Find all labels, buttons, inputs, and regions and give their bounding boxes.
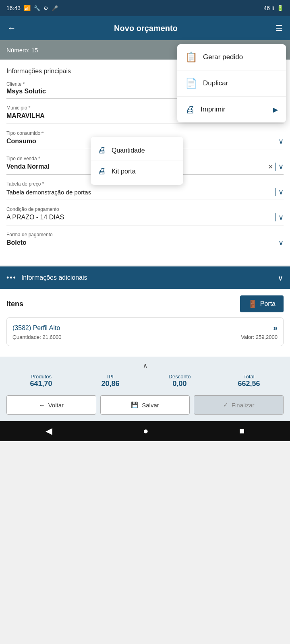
desconto-label: Desconto <box>145 374 214 380</box>
value-tipo-venda: Venda Normal <box>6 163 50 170</box>
back-button[interactable]: ← <box>7 23 16 33</box>
doc-header: Número: 15 Situ <box>0 40 290 60</box>
item-value: Valor: 259,2000 <box>241 334 278 340</box>
nav-back-button[interactable]: ◀ <box>36 423 62 440</box>
item-card-header: (3582) Perfil Alto » <box>12 323 278 332</box>
check-icon: ✓ <box>223 401 228 409</box>
menu-button[interactable]: ☰ <box>276 23 283 33</box>
action-bar: ← Voltar 💾 Salvar ✓ Finalizar <box>0 391 290 421</box>
dots-icon: ••• <box>6 274 17 282</box>
wifi-icon: 📶 <box>24 5 31 11</box>
summary-bar: ∧ Produtos 641,70 IPI 20,86 Desconto 0,0… <box>0 357 290 391</box>
finalizar-label: Finalizar <box>232 402 255 409</box>
doc-number: Número: 15 <box>6 47 38 54</box>
voltar-button[interactable]: ← Voltar <box>6 395 96 415</box>
collapse-icon: ∧ <box>143 361 148 370</box>
produtos-label: Produtos <box>6 374 76 380</box>
municipio-dropdown-icons: ∨ <box>276 111 284 120</box>
field-tipo-consumidor[interactable]: Tipo consumidor* Consumo ∨ <box>6 130 284 149</box>
ipi-label: IPI <box>76 374 145 380</box>
item-arrow-icon[interactable]: » <box>273 323 278 332</box>
desconto-value: 0,00 <box>145 380 214 388</box>
summary-ipi: IPI 20,86 <box>76 374 145 388</box>
additional-info-chevron[interactable]: ∨ <box>278 273 284 283</box>
value-tabela-preco: Tabela demonstração de portas <box>6 189 91 196</box>
porta-button-label: Porta <box>260 300 276 308</box>
items-header: Itens 🚪 Porta <box>6 295 284 312</box>
chevron-down-icon[interactable]: ∨ <box>278 111 284 120</box>
item-qty: Quantidade: 21,6000 <box>12 334 61 340</box>
venda-dropdown-icons: ✕ ∨ <box>268 162 284 171</box>
label-tipo-consumidor: Tipo consumidor* <box>6 130 284 136</box>
chevron-down-icon[interactable]: ∨ <box>278 137 284 146</box>
field-cliente[interactable]: Cliente * Msys Solutic <box>6 81 284 99</box>
label-tabela-preco: Tabela de preço * <box>6 181 284 187</box>
total-value: 662,56 <box>214 380 284 388</box>
porta-button[interactable]: 🚪 Porta <box>240 295 284 312</box>
salvar-label: Salvar <box>142 402 159 409</box>
nav-home-button[interactable]: ● <box>133 423 158 440</box>
label-municipio: Município * <box>6 105 284 111</box>
save-icon: 💾 <box>131 401 139 409</box>
produtos-value: 641,70 <box>6 380 76 388</box>
item-card[interactable]: (3582) Perfil Alto » Quantidade: 21,6000… <box>6 317 284 346</box>
field-condicao-pagamento[interactable]: Condição de pagamento A PRAZO - 14 DIAS … <box>6 206 284 225</box>
close-icon[interactable]: ✕ <box>268 163 273 171</box>
divider <box>276 213 276 221</box>
porta-icon: 🚪 <box>248 299 257 308</box>
salvar-button[interactable]: 💾 Salvar <box>100 395 190 415</box>
value-condicao-pagamento: A PRAZO - 14 DIAS <box>6 214 64 221</box>
divider <box>276 112 276 120</box>
chevron-down-icon[interactable]: ∨ <box>278 162 284 171</box>
value-tipo-consumidor: Consumo <box>6 138 36 145</box>
status-right-text: 46 lt <box>264 5 274 11</box>
chevron-down-icon[interactable]: ∨ <box>278 213 284 222</box>
divider <box>276 163 276 171</box>
summary-row: Produtos 641,70 IPI 20,86 Desconto 0,00 … <box>6 374 284 388</box>
voltar-label: Voltar <box>48 402 64 409</box>
chevron-down-icon[interactable]: ∨ <box>278 188 284 196</box>
label-forma-pagamento: Forma de pagamento <box>6 232 284 237</box>
ipi-value: 20,86 <box>76 380 145 388</box>
items-title: Itens <box>6 300 23 308</box>
summary-total: Total 662,56 <box>214 374 284 388</box>
divider <box>276 188 276 196</box>
signal-icon: 🔧 <box>34 5 40 11</box>
status-right: 46 lt 🔋 <box>264 5 284 11</box>
back-arrow-icon: ← <box>39 402 45 409</box>
chevron-down-icon[interactable]: ∨ <box>278 238 284 247</box>
mic-icon: 🎤 <box>52 5 58 11</box>
item-name: (3582) Perfil Alto <box>12 324 60 332</box>
item-details: Quantidade: 21,6000 Valor: 259,2000 <box>12 334 278 340</box>
main-content: Informações principais Cliente * Msys So… <box>0 60 290 265</box>
total-label: Total <box>214 374 284 380</box>
label-tipo-venda: Tipo de venda * <box>6 156 284 161</box>
summary-desconto: Desconto 0,00 <box>145 374 214 388</box>
summary-collapse[interactable]: ∧ <box>6 361 284 370</box>
nav-bar: ◀ ● ■ <box>0 421 290 441</box>
status-bar: 16:43 📶 🔧 ⚙ 🎤 46 lt 🔋 <box>0 0 290 16</box>
value-cliente: Msys Solutic <box>6 88 46 95</box>
field-municipio[interactable]: Município * MARAVILHA ∨ <box>6 105 284 124</box>
field-tabela-preco[interactable]: Tabela de preço * Tabela demonstração de… <box>6 181 284 200</box>
consumidor-dropdown-icons: ∨ <box>278 137 284 146</box>
tabela-dropdown-icons: ∨ <box>276 188 284 196</box>
field-tipo-venda[interactable]: Tipo de venda * Venda Normal ✕ ∨ <box>6 156 284 175</box>
additional-info-bar[interactable]: ••• Informações adicionais ∨ <box>0 266 290 289</box>
summary-produtos: Produtos 641,70 <box>6 374 76 388</box>
section-title: Informações principais <box>6 68 284 75</box>
forma-dropdown-icons: ∨ <box>278 238 284 247</box>
field-forma-pagamento[interactable]: Forma de pagamento Boleto ∨ <box>6 232 284 250</box>
app-bar: ← Novo orçamento ☰ <box>0 16 290 40</box>
nav-recent-button[interactable]: ■ <box>230 423 254 440</box>
condicao-dropdown-icons: ∨ <box>276 213 284 222</box>
doc-status: Situ <box>273 47 284 54</box>
finalizar-button[interactable]: ✓ Finalizar <box>194 395 284 415</box>
settings-icon: ⚙ <box>44 5 48 11</box>
value-municipio: MARAVILHA <box>6 112 45 120</box>
value-forma-pagamento: Boleto <box>6 239 27 246</box>
app-bar-title: Novo orçamento <box>114 24 178 33</box>
status-time: 16:43 <box>6 5 21 11</box>
items-section: Itens 🚪 Porta (3582) Perfil Alto » Quant… <box>0 289 290 357</box>
status-left: 16:43 📶 🔧 ⚙ 🎤 <box>6 5 58 11</box>
